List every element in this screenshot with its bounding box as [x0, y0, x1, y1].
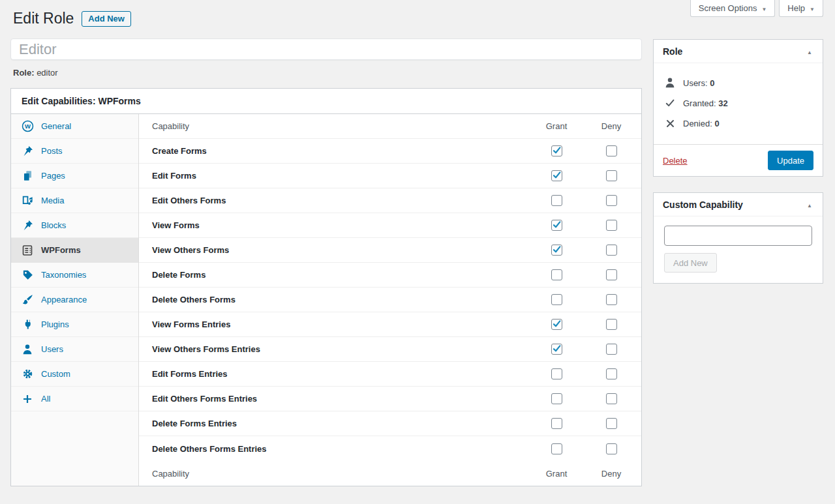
capability-label: Create Forms: [139, 146, 529, 156]
role-name-input[interactable]: [10, 38, 642, 60]
stat-label: Users: 0: [683, 78, 714, 88]
capability-row: Delete Others Forms Entries: [139, 436, 641, 461]
sidebar-tab-media[interactable]: Media: [11, 188, 138, 213]
deny-checkbox[interactable]: [606, 319, 617, 330]
sidebar-tab-wpforms[interactable]: WPForms: [11, 238, 138, 263]
header-capability: Capability: [139, 121, 529, 131]
capability-group-tabs: WGeneralPostsPagesMediaBlocksWPFormsTaxo…: [11, 114, 139, 486]
deny-cell: [584, 220, 639, 231]
tab-label: Pages: [41, 171, 65, 181]
svg-text:W: W: [25, 123, 31, 130]
grant-checkbox[interactable]: [551, 195, 562, 206]
sidebar-tab-general[interactable]: WGeneral: [11, 114, 138, 139]
add-new-capability-button[interactable]: Add New: [664, 253, 717, 273]
x-icon: [664, 117, 676, 129]
tab-label: Media: [41, 196, 64, 205]
capability-label: Edit Forms: [139, 171, 529, 181]
tab-label: Users: [41, 344, 63, 354]
deny-checkbox[interactable]: [606, 220, 617, 231]
grant-cell: [529, 393, 584, 404]
header-deny: Deny: [584, 121, 639, 131]
capability-row: View Forms: [139, 213, 641, 238]
deny-cell: [584, 344, 639, 355]
grant-checkbox[interactable]: [551, 269, 562, 280]
tab-label: All: [41, 394, 50, 404]
help-button[interactable]: Help: [779, 0, 823, 17]
plus-icon: [21, 393, 34, 406]
grant-checkbox[interactable]: [551, 145, 562, 156]
deny-checkbox[interactable]: [606, 393, 617, 404]
deny-checkbox[interactable]: [606, 245, 617, 256]
capability-row: View Others Forms Entries: [139, 337, 641, 362]
sidebar-tab-users[interactable]: Users: [11, 337, 138, 362]
sidebar-tab-appearance[interactable]: Appearance: [11, 288, 138, 312]
role-caption-label: Role:: [13, 68, 35, 78]
sidebar-tab-all[interactable]: All: [11, 387, 138, 411]
capability-row: Edit Others Forms Entries: [139, 387, 641, 411]
sidebar-tab-pages[interactable]: Pages: [11, 164, 138, 188]
pin-icon: [21, 219, 34, 232]
delete-role-link[interactable]: Delete: [663, 156, 688, 166]
capability-label: View Others Forms: [139, 245, 529, 255]
grant-checkbox[interactable]: [551, 220, 562, 231]
grant-checkbox[interactable]: [551, 245, 562, 256]
collapse-toggle-icon[interactable]: [806, 46, 813, 56]
role-box: Role Users: 0Granted: 32Denied: 0 Delete…: [653, 39, 823, 177]
grant-checkbox[interactable]: [551, 294, 562, 305]
deny-checkbox[interactable]: [606, 294, 617, 305]
role-stats: Users: 0Granted: 32Denied: 0: [654, 63, 823, 144]
role-stat-granted: Granted: 32: [664, 97, 812, 109]
grant-cell: [529, 170, 584, 181]
stat-label: Denied: 0: [683, 119, 720, 128]
deny-cell: [584, 368, 639, 379]
screen-options-button[interactable]: Screen Options: [690, 0, 776, 17]
tab-label: Plugins: [41, 319, 69, 329]
deny-checkbox[interactable]: [606, 145, 617, 156]
sidebar-tab-posts[interactable]: Posts: [11, 139, 138, 164]
sidebar-tab-custom[interactable]: Custom: [11, 362, 138, 387]
capability-row: View Forms Entries: [139, 312, 641, 337]
sidebar-tab-plugins[interactable]: Plugins: [11, 312, 138, 337]
deny-cell: [584, 418, 639, 429]
stat-value: 0: [714, 119, 719, 128]
panel-title: Edit Capabilities: WPForms: [11, 89, 641, 114]
sidebar-tab-blocks[interactable]: Blocks: [11, 213, 138, 238]
table-footer-row: Capability Grant Deny: [139, 461, 641, 486]
footer-deny: Deny: [584, 469, 639, 479]
grant-checkbox[interactable]: [551, 418, 562, 429]
grant-cell: [529, 319, 584, 330]
deny-checkbox[interactable]: [606, 443, 617, 454]
deny-checkbox[interactable]: [606, 170, 617, 181]
user-icon: [664, 77, 676, 89]
deny-checkbox[interactable]: [606, 418, 617, 429]
collapse-toggle-icon[interactable]: [806, 200, 813, 209]
grant-checkbox[interactable]: [551, 170, 562, 181]
deny-checkbox[interactable]: [606, 344, 617, 355]
deny-cell: [584, 245, 639, 256]
capability-label: Delete Others Forms Entries: [139, 444, 529, 454]
tab-label: Posts: [41, 146, 63, 156]
wordpress-icon: W: [21, 120, 34, 133]
deny-checkbox[interactable]: [606, 195, 617, 206]
grant-checkbox[interactable]: [551, 368, 562, 379]
sidebar-tab-taxonomies[interactable]: Taxonomies: [11, 263, 138, 288]
deny-cell: [584, 393, 639, 404]
grant-checkbox[interactable]: [551, 443, 562, 454]
deny-cell: [584, 294, 639, 305]
title-row: Edit Role Add New: [13, 9, 131, 29]
capability-label: View Forms Entries: [139, 319, 529, 329]
add-new-role-button[interactable]: Add New: [82, 11, 131, 27]
tag-icon: [21, 269, 34, 282]
deny-checkbox[interactable]: [606, 368, 617, 379]
capability-row: Delete Others Forms: [139, 288, 641, 312]
update-button[interactable]: Update: [768, 151, 813, 170]
pages-icon: [21, 170, 34, 183]
capability-label: View Forms: [139, 220, 529, 230]
grant-checkbox[interactable]: [551, 344, 562, 355]
grant-checkbox[interactable]: [551, 393, 562, 404]
capability-label: Delete Forms: [139, 270, 529, 280]
deny-checkbox[interactable]: [606, 269, 617, 280]
custom-capability-input[interactable]: [664, 226, 812, 246]
capability-row: Delete Forms: [139, 263, 641, 288]
grant-checkbox[interactable]: [551, 319, 562, 330]
